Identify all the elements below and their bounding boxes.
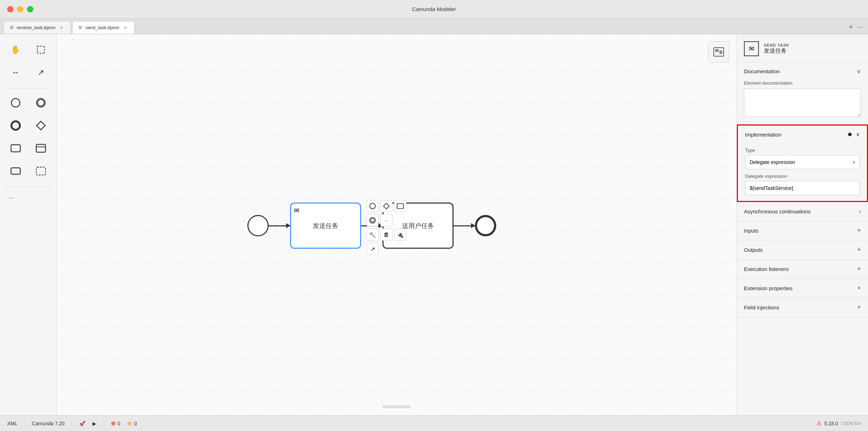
group-tool[interactable] xyxy=(31,161,51,181)
error-indicator: ⊗ 0 xyxy=(111,420,120,427)
documentation-toggle[interactable]: ∨ xyxy=(857,68,861,75)
execution-listeners-icon[interactable]: + xyxy=(857,265,861,273)
app-version-area: ⚠ 5.18.0 CSDN ©m xyxy=(816,420,861,427)
type-select[interactable]: None Java class Expression Delegate expr… xyxy=(745,155,860,169)
svg-marker-15 xyxy=(384,203,389,209)
tabbar: ⚙ receive_task.bpmn ✕ ⚙ send_task.bpmn ✕… xyxy=(0,18,868,34)
send-task-label: 发送任务 xyxy=(313,222,338,230)
start-event[interactable] xyxy=(247,215,269,236)
left-toolbar: ✋ ↔ ↗ xyxy=(0,34,57,415)
tab-send[interactable]: ⚙ send_task.bpmn ✕ xyxy=(72,21,134,34)
start-event-tool[interactable] xyxy=(6,93,26,113)
extension-properties-section[interactable]: Extension properties + xyxy=(737,279,868,298)
gateway-tool[interactable] xyxy=(31,116,51,135)
context-wrench-btn[interactable]: 🔧 xyxy=(366,229,379,241)
implementation-section-content: Type None Java class Expression Delegate… xyxy=(738,148,867,201)
context-append-btn[interactable]: 🔌 xyxy=(394,229,406,241)
statusbar: XML Camunda 7.20 🚀 ▶ ⊗ 0 ⊕ 0 ⚠ 5.18.0 CS… xyxy=(0,415,868,431)
toolbar-divider-1 xyxy=(4,88,52,89)
more-tools[interactable]: ··· xyxy=(3,191,54,204)
panel-element-icon: ✉ xyxy=(749,45,754,53)
inputs-icon[interactable]: + xyxy=(857,227,861,234)
svg-rect-16 xyxy=(397,204,403,209)
extension-properties-icon[interactable]: + xyxy=(857,284,861,292)
connect-tool[interactable]: ↗ xyxy=(31,63,51,83)
type-select-wrapper: None Java class Expression Delegate expr… xyxy=(745,155,860,169)
app-version: 5.18.0 xyxy=(824,421,838,426)
svg-rect-0 xyxy=(37,46,44,53)
tab-send-icon: ⚙ xyxy=(78,25,82,30)
delegate-expression-input[interactable] xyxy=(745,181,860,195)
subprocess-tool[interactable] xyxy=(6,161,26,181)
context-event-btn[interactable] xyxy=(366,200,379,212)
task-tool[interactable] xyxy=(6,138,26,158)
end-event-tool[interactable] xyxy=(6,116,26,135)
tab-receive[interactable]: ⚙ receive_task.bpmn ✕ xyxy=(4,21,71,34)
csdn-label: CSDN ©m xyxy=(841,421,861,426)
execution-listeners-section[interactable]: Execution listeners + xyxy=(737,260,868,279)
svg-rect-13 xyxy=(719,50,722,54)
more-tabs-button[interactable]: ··· xyxy=(857,23,862,31)
context-gateway-btn[interactable] xyxy=(380,200,392,212)
sequence-flow-1 xyxy=(269,225,290,226)
end-event[interactable] xyxy=(475,215,496,236)
inputs-section[interactable]: Inputs + xyxy=(737,221,868,240)
doc-label: Element documentation xyxy=(744,80,861,86)
send-task-icon: ✉ xyxy=(294,207,299,214)
lasso-tool[interactable] xyxy=(31,40,51,60)
send-task[interactable]: ✉ 发送任务 xyxy=(290,203,361,249)
status-sep-1 xyxy=(25,420,25,427)
bpmn-canvas: ✉ 发送任务 xyxy=(247,203,496,249)
svg-marker-5 xyxy=(37,121,45,130)
async-section[interactable]: Asynchronous continuations › xyxy=(737,202,868,221)
field-injections-icon[interactable]: + xyxy=(857,304,861,311)
intermediate-event-tool[interactable] xyxy=(31,93,51,113)
window-controls xyxy=(7,6,33,12)
close-button[interactable] xyxy=(7,6,14,12)
doc-textarea[interactable] xyxy=(744,89,861,117)
minimap-button[interactable] xyxy=(708,41,729,63)
field-injections-section[interactable]: Field injections + xyxy=(737,298,868,317)
tab-send-label: send_task.bpmn xyxy=(85,25,119,30)
field-injections-label: Field injections xyxy=(744,304,779,310)
outputs-section[interactable]: Outputs + xyxy=(737,240,868,260)
context-int-event-btn[interactable] xyxy=(366,214,379,227)
implementation-label: Implementation xyxy=(745,132,782,138)
status-sep-3 xyxy=(103,420,104,427)
tool-row-2: ↔ ↗ xyxy=(3,63,54,83)
tab-send-close[interactable]: ✕ xyxy=(122,25,129,31)
tabbar-actions: + ··· xyxy=(849,23,862,31)
deploy-button[interactable]: 🚀 xyxy=(79,421,85,426)
implementation-toggle[interactable]: ∨ xyxy=(856,131,860,138)
space-tool[interactable]: ↔ xyxy=(6,63,26,83)
svg-point-3 xyxy=(38,100,44,106)
context-trash-btn[interactable]: 🗑 xyxy=(380,229,392,241)
context-more-btn[interactable]: ··· xyxy=(380,214,392,227)
xml-label[interactable]: XML xyxy=(7,421,17,426)
execution-listeners-label: Execution listeners xyxy=(744,266,789,272)
svg-point-18 xyxy=(371,219,374,222)
implementation-section-header[interactable]: Implementation ∨ xyxy=(738,126,867,143)
outputs-icon[interactable]: + xyxy=(857,246,861,254)
data-store-tool[interactable] xyxy=(31,138,51,158)
context-diagonal-btn[interactable]: ↗ xyxy=(366,243,379,255)
canvas-area[interactable]: ✉ 发送任务 xyxy=(57,34,736,415)
context-task-btn[interactable] xyxy=(394,200,406,212)
hand-tool[interactable]: ✋ xyxy=(6,40,26,60)
add-tab-button[interactable]: + xyxy=(849,23,853,31)
maximize-button[interactable] xyxy=(27,6,33,12)
tool-row-3 xyxy=(3,93,54,113)
svg-point-1 xyxy=(11,99,20,107)
tool-row-5 xyxy=(3,138,54,158)
scroll-indicator xyxy=(382,405,411,408)
minimize-button[interactable] xyxy=(17,6,23,12)
inputs-label: Inputs xyxy=(744,228,759,234)
warning-count: 0 xyxy=(134,421,137,426)
type-field-label: Type xyxy=(745,148,860,153)
tool-row-6 xyxy=(3,161,54,181)
play-button[interactable]: ▶ xyxy=(92,421,96,426)
tab-receive-close[interactable]: ✕ xyxy=(58,25,65,31)
documentation-section-header[interactable]: Documentation ∨ xyxy=(737,62,868,80)
implementation-dot xyxy=(848,133,852,136)
bpmn-flow: ✉ 发送任务 xyxy=(247,203,496,249)
